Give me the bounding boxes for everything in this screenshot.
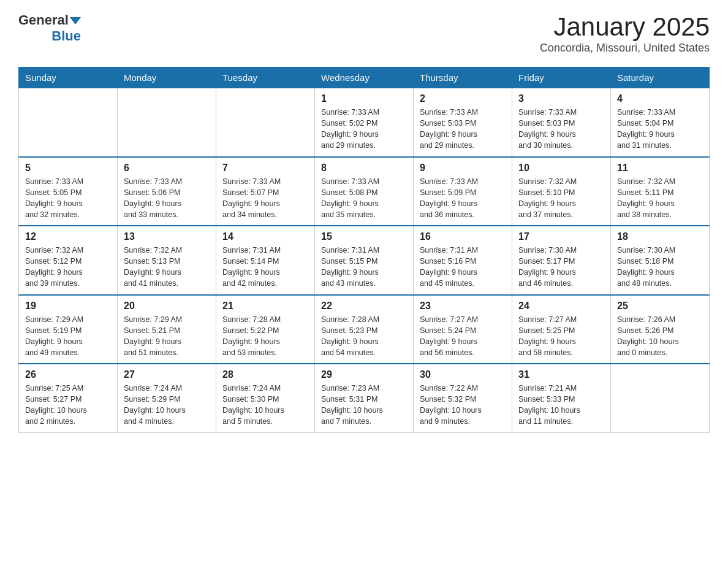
day-info: Sunrise: 7:32 AM Sunset: 5:10 PM Dayligh… [518, 176, 604, 221]
day-number: 21 [222, 301, 308, 312]
day-number: 12 [25, 231, 111, 242]
day-number: 27 [124, 369, 210, 380]
calendar-cell: 21Sunrise: 7:28 AM Sunset: 5:22 PM Dayli… [216, 295, 315, 364]
logo-blue-text: Blue [51, 28, 81, 44]
calendar-cell: 23Sunrise: 7:27 AM Sunset: 5:24 PM Dayli… [414, 295, 512, 364]
day-info: Sunrise: 7:26 AM Sunset: 5:26 PM Dayligh… [617, 314, 703, 359]
calendar-cell: 10Sunrise: 7:32 AM Sunset: 5:10 PM Dayli… [512, 157, 611, 226]
calendar-table: SundayMondayTuesdayWednesdayThursdayFrid… [18, 67, 710, 433]
calendar-cell: 29Sunrise: 7:23 AM Sunset: 5:31 PM Dayli… [315, 364, 414, 432]
logo: General Blue [18, 12, 81, 44]
calendar-cell: 1Sunrise: 7:33 AM Sunset: 5:02 PM Daylig… [315, 88, 414, 157]
calendar-cell: 5Sunrise: 7:33 AM Sunset: 5:05 PM Daylig… [19, 157, 118, 226]
day-info: Sunrise: 7:33 AM Sunset: 5:07 PM Dayligh… [222, 176, 308, 221]
day-info: Sunrise: 7:33 AM Sunset: 5:03 PM Dayligh… [518, 107, 604, 151]
day-number: 8 [321, 163, 407, 174]
calendar-cell: 9Sunrise: 7:33 AM Sunset: 5:09 PM Daylig… [414, 157, 512, 226]
day-number: 19 [25, 301, 111, 312]
calendar-cell [216, 88, 315, 157]
calendar-cell: 15Sunrise: 7:31 AM Sunset: 5:15 PM Dayli… [315, 226, 414, 295]
calendar-cell: 8Sunrise: 7:33 AM Sunset: 5:08 PM Daylig… [315, 157, 414, 226]
calendar-cell: 31Sunrise: 7:21 AM Sunset: 5:33 PM Dayli… [512, 364, 611, 432]
day-info: Sunrise: 7:30 AM Sunset: 5:17 PM Dayligh… [518, 245, 604, 289]
day-info: Sunrise: 7:33 AM Sunset: 5:02 PM Dayligh… [321, 107, 407, 151]
header-day-monday: Monday [118, 67, 216, 88]
day-number: 6 [124, 163, 210, 174]
logo-general-text: General [18, 12, 69, 28]
header-day-saturday: Saturday [611, 67, 710, 88]
day-info: Sunrise: 7:23 AM Sunset: 5:31 PM Dayligh… [321, 383, 407, 427]
title-section: January 2025 Concordia, Missouri, United… [540, 12, 710, 55]
calendar-cell: 27Sunrise: 7:24 AM Sunset: 5:29 PM Dayli… [118, 364, 216, 432]
header-day-thursday: Thursday [414, 67, 512, 88]
location: Concordia, Missouri, United States [540, 42, 710, 55]
day-number: 10 [518, 163, 604, 174]
calendar-cell: 14Sunrise: 7:31 AM Sunset: 5:14 PM Dayli… [216, 226, 315, 295]
calendar-week-row: 1Sunrise: 7:33 AM Sunset: 5:02 PM Daylig… [19, 88, 710, 157]
day-info: Sunrise: 7:21 AM Sunset: 5:33 PM Dayligh… [518, 383, 604, 427]
day-info: Sunrise: 7:28 AM Sunset: 5:23 PM Dayligh… [321, 314, 407, 359]
calendar-cell: 18Sunrise: 7:30 AM Sunset: 5:18 PM Dayli… [611, 226, 710, 295]
day-number: 7 [222, 163, 308, 174]
calendar-cell [611, 364, 710, 432]
day-info: Sunrise: 7:28 AM Sunset: 5:22 PM Dayligh… [222, 314, 308, 359]
day-info: Sunrise: 7:24 AM Sunset: 5:29 PM Dayligh… [124, 383, 210, 427]
day-number: 1 [321, 93, 407, 104]
day-number: 9 [420, 163, 506, 174]
header-day-tuesday: Tuesday [216, 67, 315, 88]
logo-icon: General Blue [18, 12, 81, 44]
day-info: Sunrise: 7:22 AM Sunset: 5:32 PM Dayligh… [420, 383, 506, 427]
day-info: Sunrise: 7:32 AM Sunset: 5:13 PM Dayligh… [124, 245, 210, 289]
calendar-cell: 2Sunrise: 7:33 AM Sunset: 5:03 PM Daylig… [414, 88, 512, 157]
calendar-week-row: 19Sunrise: 7:29 AM Sunset: 5:19 PM Dayli… [19, 295, 710, 364]
day-number: 17 [518, 231, 604, 242]
month-title: January 2025 [540, 12, 710, 42]
day-number: 16 [420, 231, 506, 242]
day-number: 28 [222, 369, 308, 380]
calendar-cell: 28Sunrise: 7:24 AM Sunset: 5:30 PM Dayli… [216, 364, 315, 432]
day-info: Sunrise: 7:33 AM Sunset: 5:09 PM Dayligh… [420, 176, 506, 221]
day-number: 25 [617, 301, 703, 312]
day-number: 22 [321, 301, 407, 312]
calendar-cell: 4Sunrise: 7:33 AM Sunset: 5:04 PM Daylig… [611, 88, 710, 157]
calendar-cell: 11Sunrise: 7:32 AM Sunset: 5:11 PM Dayli… [611, 157, 710, 226]
day-number: 18 [617, 231, 703, 242]
header-day-friday: Friday [512, 67, 611, 88]
day-number: 23 [420, 301, 506, 312]
day-number: 14 [222, 231, 308, 242]
day-number: 24 [518, 301, 604, 312]
calendar-cell: 16Sunrise: 7:31 AM Sunset: 5:16 PM Dayli… [414, 226, 512, 295]
day-info: Sunrise: 7:31 AM Sunset: 5:16 PM Dayligh… [420, 245, 506, 289]
calendar-cell: 26Sunrise: 7:25 AM Sunset: 5:27 PM Dayli… [19, 364, 118, 432]
day-number: 3 [518, 93, 604, 104]
day-number: 15 [321, 231, 407, 242]
day-info: Sunrise: 7:31 AM Sunset: 5:14 PM Dayligh… [222, 245, 308, 289]
calendar-cell: 19Sunrise: 7:29 AM Sunset: 5:19 PM Dayli… [19, 295, 118, 364]
header-day-wednesday: Wednesday [315, 67, 414, 88]
day-info: Sunrise: 7:30 AM Sunset: 5:18 PM Dayligh… [617, 245, 703, 289]
day-info: Sunrise: 7:24 AM Sunset: 5:30 PM Dayligh… [222, 383, 308, 427]
day-info: Sunrise: 7:33 AM Sunset: 5:08 PM Dayligh… [321, 176, 407, 221]
day-number: 2 [420, 93, 506, 104]
day-number: 29 [321, 369, 407, 380]
page-header: General Blue January 2025 Concordia, Mis… [18, 12, 710, 55]
calendar-cell: 24Sunrise: 7:27 AM Sunset: 5:25 PM Dayli… [512, 295, 611, 364]
day-info: Sunrise: 7:27 AM Sunset: 5:24 PM Dayligh… [420, 314, 506, 359]
day-info: Sunrise: 7:33 AM Sunset: 5:04 PM Dayligh… [617, 107, 703, 151]
day-info: Sunrise: 7:32 AM Sunset: 5:12 PM Dayligh… [25, 245, 111, 289]
calendar-cell: 12Sunrise: 7:32 AM Sunset: 5:12 PM Dayli… [19, 226, 118, 295]
day-info: Sunrise: 7:29 AM Sunset: 5:21 PM Dayligh… [124, 314, 210, 359]
calendar-cell: 7Sunrise: 7:33 AM Sunset: 5:07 PM Daylig… [216, 157, 315, 226]
day-info: Sunrise: 7:33 AM Sunset: 5:06 PM Dayligh… [124, 176, 210, 221]
day-number: 31 [518, 369, 604, 380]
day-info: Sunrise: 7:29 AM Sunset: 5:19 PM Dayligh… [25, 314, 111, 359]
day-number: 20 [124, 301, 210, 312]
day-info: Sunrise: 7:33 AM Sunset: 5:03 PM Dayligh… [420, 107, 506, 151]
calendar-cell: 20Sunrise: 7:29 AM Sunset: 5:21 PM Dayli… [118, 295, 216, 364]
day-info: Sunrise: 7:33 AM Sunset: 5:05 PM Dayligh… [25, 176, 111, 221]
day-number: 4 [617, 93, 703, 104]
calendar-cell: 6Sunrise: 7:33 AM Sunset: 5:06 PM Daylig… [118, 157, 216, 226]
day-info: Sunrise: 7:31 AM Sunset: 5:15 PM Dayligh… [321, 245, 407, 289]
calendar-cell [19, 88, 118, 157]
day-number: 5 [25, 163, 111, 174]
